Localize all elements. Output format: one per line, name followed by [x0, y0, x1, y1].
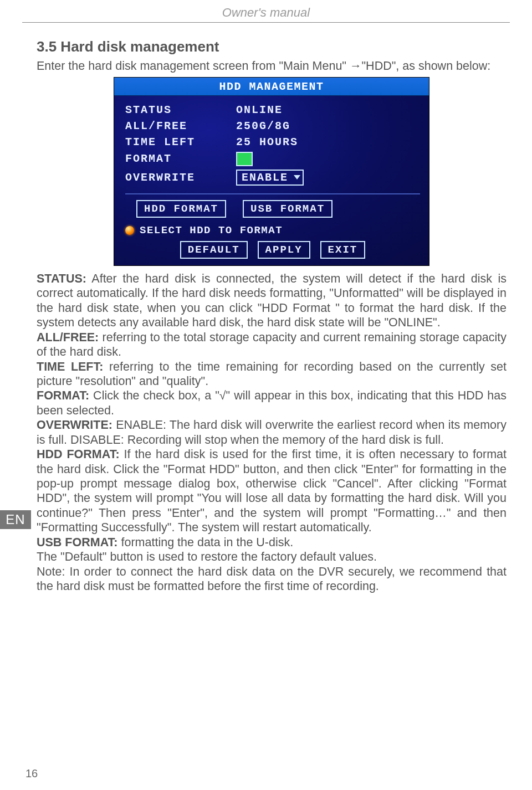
- timeleft-row: TIME LEFT 25 HOURS: [125, 136, 420, 148]
- status-term: STATUS:: [37, 272, 86, 285]
- screenshot-body: STATUS ONLINE ALL/FREE 250G/8G TIME LEFT…: [114, 96, 429, 265]
- status-value: ONLINE: [236, 104, 283, 116]
- section-heading: 3.5 Hard disk management: [37, 38, 507, 55]
- timeleft-label: TIME LEFT: [125, 136, 236, 148]
- format-label: FORMAT: [125, 152, 236, 165]
- page-number: 16: [25, 767, 38, 780]
- status-label: STATUS: [125, 104, 236, 116]
- hdd-format-button[interactable]: HDD FORMAT: [136, 200, 226, 218]
- allfree-value: 250G/8G: [236, 120, 290, 132]
- page-header-title: Owner's manual: [22, 0, 510, 23]
- language-tab: EN: [0, 510, 31, 529]
- format-checkbox[interactable]: [236, 152, 253, 166]
- body-text: STATUS: After the hard disk is connected…: [37, 271, 507, 594]
- footer-buttons-row: DEFAULT APPLY EXIT: [125, 241, 420, 259]
- format-buttons-row: HDD FORMAT USB FORMAT: [125, 199, 420, 219]
- warning-icon: [125, 226, 134, 235]
- page-content: 3.5 Hard disk management Enter the hard …: [0, 23, 532, 594]
- usb-format-button[interactable]: USB FORMAT: [243, 200, 332, 218]
- allfree-label: ALL/FREE: [125, 120, 236, 132]
- warning-message: SELECT HDD TO FORMAT: [125, 224, 420, 237]
- hddformat-term: HDD FORMAT:: [37, 448, 120, 461]
- timeleft-value: 25 HOURS: [236, 136, 298, 148]
- exit-button[interactable]: EXIT: [320, 241, 366, 259]
- usbformat-desc: formatting the data in the U-disk.: [118, 536, 294, 549]
- usbformat-term: USB FORMAT:: [37, 536, 118, 549]
- allfree-row: ALL/FREE 250G/8G: [125, 120, 420, 132]
- section-intro: Enter the hard disk management screen fr…: [37, 59, 507, 74]
- allfree-desc: referring to the total storage capacity …: [37, 331, 507, 358]
- overwrite-row: OVERWRITE ENABLE: [125, 170, 420, 186]
- default-note: The "Default" button is used to restore …: [37, 550, 377, 563]
- allfree-term: ALL/FREE:: [37, 331, 99, 344]
- chevron-down-icon: [294, 175, 300, 179]
- status-desc: After the hard disk is connected, the sy…: [37, 272, 507, 329]
- overwrite-value: ENABLE: [242, 171, 288, 184]
- overwrite-label: OVERWRITE: [125, 171, 236, 184]
- timeleft-term: TIME LEFT:: [37, 360, 103, 373]
- timeleft-desc: referring to the time remaining for reco…: [37, 360, 507, 388]
- format-desc: Click the check box, a "√" will appear i…: [37, 389, 507, 417]
- overwrite-select[interactable]: ENABLE: [236, 170, 304, 186]
- status-row: STATUS ONLINE: [125, 104, 420, 116]
- apply-button[interactable]: APPLY: [258, 241, 310, 259]
- warning-text: SELECT HDD TO FORMAT: [140, 224, 283, 237]
- hdd-management-screenshot: HDD MANAGEMENT STATUS ONLINE ALL/FREE 25…: [114, 77, 429, 266]
- overwrite-term: OVERWRITE:: [37, 418, 112, 432]
- screenshot-titlebar: HDD MANAGEMENT: [114, 78, 429, 96]
- default-button[interactable]: DEFAULT: [180, 241, 248, 259]
- format-row: FORMAT: [125, 152, 420, 166]
- format-term: FORMAT:: [37, 389, 89, 402]
- screenshot-divider: [125, 193, 420, 194]
- note-text: Note: In order to connect the hard disk …: [37, 565, 507, 593]
